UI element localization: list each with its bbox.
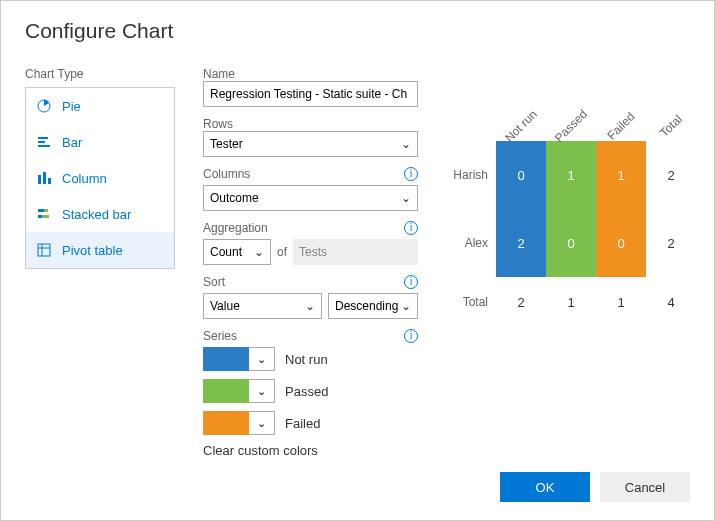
svg-rect-1 [38, 137, 48, 139]
pivot-col-header: Failed [604, 109, 637, 142]
chevron-down-icon: ⌄ [401, 137, 411, 151]
bar-icon [36, 134, 52, 150]
pivot-row-header: Total [446, 295, 496, 309]
sort-field-select[interactable]: Value⌄ [203, 293, 322, 319]
cancel-button[interactable]: Cancel [600, 472, 690, 502]
svg-rect-9 [38, 215, 42, 218]
series-item: ⌄ Not run [203, 347, 418, 371]
pie-icon [36, 98, 52, 114]
configure-chart-dialog: Configure Chart Chart Type Pie Bar Colum… [0, 0, 715, 521]
pivot-row-header: Harish [446, 168, 496, 182]
name-label: Name [203, 67, 418, 81]
chevron-down-icon: ⌄ [254, 245, 264, 259]
columns-label: Columns [203, 167, 250, 181]
pivot-cell: 2 [646, 209, 696, 277]
svg-rect-2 [38, 141, 45, 143]
svg-rect-3 [38, 145, 50, 147]
rows-label: Rows [203, 117, 418, 131]
pivot-row-header: Alex [446, 236, 496, 250]
clear-custom-colors-link[interactable]: Clear custom colors [203, 443, 418, 458]
series-item-label: Not run [285, 352, 328, 367]
pivot-cell: 0 [596, 209, 646, 277]
chevron-down-icon: ⌄ [401, 191, 411, 205]
info-icon[interactable]: i [404, 275, 418, 289]
chart-type-item-label: Column [62, 171, 107, 186]
pivot-cell: 0 [546, 209, 596, 277]
chevron-down-icon: ⌄ [401, 299, 411, 313]
aggregation-of-field: Tests [293, 239, 418, 265]
color-picker-button[interactable]: ⌄ [249, 347, 275, 371]
pivot-col-header: Passed [552, 107, 590, 145]
chart-type-label: Chart Type [25, 67, 175, 81]
chart-type-pie[interactable]: Pie [26, 88, 174, 124]
pivot-cell: 2 [646, 141, 696, 209]
info-icon[interactable]: i [404, 329, 418, 343]
aggregation-label: Aggregation [203, 221, 268, 235]
svg-rect-6 [48, 178, 51, 184]
series-item: ⌄ Passed [203, 379, 418, 403]
color-picker-button[interactable]: ⌄ [249, 411, 275, 435]
chart-type-stacked-bar[interactable]: Stacked bar [26, 196, 174, 232]
sort-label: Sort [203, 275, 225, 289]
columns-select[interactable]: Outcome⌄ [203, 185, 418, 211]
chart-type-item-label: Pie [62, 99, 81, 114]
pivot-cell: 4 [646, 277, 696, 327]
color-swatch [203, 379, 249, 403]
series-item-label: Passed [285, 384, 328, 399]
pivot-cell: 1 [596, 141, 646, 209]
svg-rect-5 [43, 172, 46, 184]
chart-type-bar[interactable]: Bar [26, 124, 174, 160]
color-swatch [203, 411, 249, 435]
chart-type-item-label: Stacked bar [62, 207, 131, 222]
rows-select[interactable]: Tester⌄ [203, 131, 418, 157]
pivot-col-header: Not run [502, 107, 540, 145]
series-label: Series [203, 329, 237, 343]
dialog-title: Configure Chart [25, 19, 690, 43]
info-icon[interactable]: i [404, 221, 418, 235]
svg-rect-8 [44, 209, 48, 212]
aggregation-select[interactable]: Count⌄ [203, 239, 271, 265]
pivot-cell: 1 [546, 277, 596, 327]
chart-type-column[interactable]: Column [26, 160, 174, 196]
chart-type-pivot-table[interactable]: Pivot table [26, 232, 174, 268]
stacked-bar-icon [36, 206, 52, 222]
pivot-cell: 1 [596, 277, 646, 327]
ok-button[interactable]: OK [500, 472, 590, 502]
chart-type-list: Pie Bar Column Stacked bar Pivot table [25, 87, 175, 269]
pivot-cell: 1 [546, 141, 596, 209]
chart-type-item-label: Bar [62, 135, 82, 150]
svg-rect-11 [38, 244, 50, 256]
color-swatch [203, 347, 249, 371]
pivot-col-header: Total [657, 112, 685, 140]
svg-rect-4 [38, 175, 41, 184]
sort-direction-select[interactable]: Descending⌄ [328, 293, 418, 319]
chevron-down-icon: ⌄ [305, 299, 315, 313]
svg-rect-7 [38, 209, 44, 212]
pivot-preview: Not run Passed Failed Total Harish 0 1 1… [446, 79, 696, 327]
info-icon[interactable]: i [404, 167, 418, 181]
pivot-cell: 0 [496, 141, 546, 209]
color-picker-button[interactable]: ⌄ [249, 379, 275, 403]
pivot-cell: 2 [496, 209, 546, 277]
series-item-label: Failed [285, 416, 320, 431]
name-input[interactable] [203, 81, 418, 107]
chart-type-item-label: Pivot table [62, 243, 123, 258]
series-item: ⌄ Failed [203, 411, 418, 435]
of-label: of [277, 245, 287, 259]
svg-rect-10 [42, 215, 49, 218]
pivot-cell: 2 [496, 277, 546, 327]
column-icon [36, 170, 52, 186]
pivot-table-icon [36, 242, 52, 258]
